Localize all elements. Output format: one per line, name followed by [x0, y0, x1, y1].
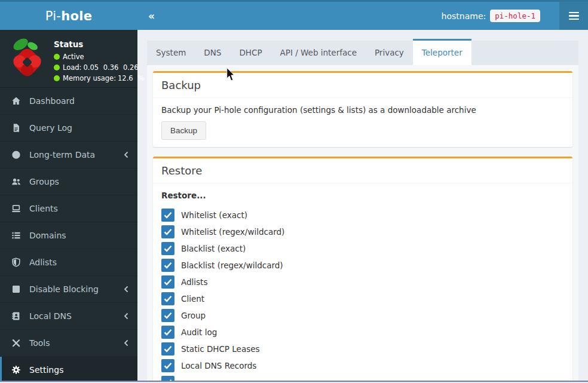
stop-icon [11, 284, 22, 294]
shield-icon [11, 258, 22, 267]
tools-icon [11, 338, 22, 348]
tab-system[interactable]: System [147, 41, 195, 65]
restore-box: Restore Restore... Whitelist (exact) Whi… [153, 157, 572, 383]
sidebar-menu: Dashboard Query Log Long-term Data Group… [0, 87, 137, 383]
hostname-label: hostname: [442, 11, 486, 21]
main-content: System DNS DHCP API / Web interface Priv… [137, 30, 588, 383]
tab-api-web-interface[interactable]: API / Web interface [271, 41, 366, 65]
restore-option-label[interactable]: Blacklist (regex/wildcard) [181, 261, 283, 270]
tab-dns[interactable]: DNS [195, 41, 230, 65]
checkbox-checked-icon[interactable] [161, 326, 174, 339]
restore-option-label[interactable]: Audit log [181, 327, 217, 337]
restore-option-row: Client [161, 290, 564, 307]
restore-box-title: Restore [153, 158, 572, 183]
sidebar-item-clients[interactable]: Clients [0, 195, 137, 222]
tab-bar: System DNS DHCP API / Web interface Priv… [147, 39, 578, 65]
restore-option-label[interactable]: Client [181, 294, 204, 304]
checkbox-checked-icon[interactable] [161, 342, 174, 356]
hamburger-menu-icon[interactable] [559, 2, 588, 30]
sidebar-item-disable-blocking[interactable]: Disable Blocking [0, 276, 137, 303]
restore-list-label: Restore... [161, 191, 564, 200]
status-line-load: Load: 0.05 0.36 0.26 [54, 63, 134, 72]
gear-icon [11, 365, 22, 375]
mouse-cursor [226, 68, 235, 82]
chevron-left-icon [123, 286, 129, 293]
restore-option-row: Adlists [161, 274, 564, 290]
restore-option-row: Audit log [161, 324, 564, 341]
checkbox-checked-icon[interactable] [161, 309, 174, 322]
restore-option-label[interactable]: Adlists [181, 277, 207, 287]
tab-teleporter[interactable]: Teleporter [413, 39, 471, 65]
restore-option-row: Local DNS Records [161, 357, 564, 374]
home-icon [11, 96, 22, 106]
restore-option-row: Whitelist (exact) [161, 207, 564, 223]
sidebar-item-tools[interactable]: Tools [0, 330, 137, 357]
checkbox-checked-icon[interactable] [161, 242, 174, 255]
status-green-dot-icon [54, 65, 60, 71]
window-bottom-edge [0, 381, 588, 383]
sidebar-item-query-log[interactable]: Query Log [0, 115, 137, 142]
status-memory-value: 12.6 % [118, 74, 144, 82]
checkbox-checked-icon[interactable] [161, 275, 174, 289]
status-memory-label: Memory usage: [63, 74, 116, 82]
backup-button[interactable]: Backup [161, 121, 206, 140]
navbar: « hostname: pi-hole-1 [137, 2, 588, 30]
status-line-active: Active [54, 53, 134, 61]
sidebar-item-local-dns[interactable]: Local DNS [0, 303, 137, 330]
restore-option-row: Blacklist (exact) [161, 240, 564, 257]
status-info: Status Active Load: 0.05 0.36 0.26 Memor… [54, 35, 134, 84]
sidebar-item-adlists[interactable]: Adlists [0, 249, 137, 276]
checkbox-checked-icon[interactable] [161, 225, 174, 238]
settings-tabs-container: System DNS DHCP API / Web interface Priv… [147, 39, 578, 383]
tab-privacy[interactable]: Privacy [366, 41, 413, 65]
status-load-label: Load: [63, 63, 81, 72]
status-green-dot-icon [54, 75, 60, 81]
restore-option-label[interactable]: Blacklist (exact) [181, 244, 246, 253]
checkbox-checked-icon[interactable] [161, 359, 174, 372]
sidebar-item-groups[interactable]: Groups [0, 168, 137, 195]
restore-option-row: Blacklist (regex/wildcard) [161, 257, 564, 274]
status-load-value: 0.05 0.36 0.26 [83, 63, 138, 72]
navbar-right: hostname: pi-hole-1 [442, 2, 588, 30]
restore-option-label[interactable]: Local DNS Records [181, 361, 256, 370]
restore-option-label[interactable]: Group [181, 311, 206, 320]
restore-option-row: Whitelist (regex/wildcard) [161, 223, 564, 240]
restore-option-label[interactable]: Whitelist (regex/wildcard) [181, 227, 284, 237]
sidebar: Status Active Load: 0.05 0.36 0.26 Memor… [0, 30, 137, 383]
sidebar-item-label: Query Log [29, 123, 72, 133]
chevron-left-icon [123, 339, 129, 347]
status-line-memory: Memory usage: 12.6 % [54, 74, 134, 82]
checkbox-checked-icon[interactable] [161, 292, 174, 305]
window-top-edge [0, 0, 588, 2]
restore-option-label[interactable]: Static DHCP Leases [181, 344, 260, 354]
sidebar-item-label: Adlists [29, 258, 57, 267]
sidebar-item-label: Tools [29, 338, 50, 348]
status-active-label: Active [63, 53, 84, 61]
sidebar-item-settings[interactable]: Settings [0, 357, 137, 383]
sidebar-item-label: Disable Blocking [29, 284, 99, 294]
sidebar-collapse-icon[interactable]: « [137, 2, 166, 30]
checkbox-checked-icon[interactable] [161, 259, 174, 272]
sidebar-item-long-term-data[interactable]: Long-term Data [0, 142, 137, 168]
sidebar-item-dashboard[interactable]: Dashboard [0, 88, 137, 115]
sidebar-item-label: Settings [29, 365, 63, 375]
header: Pi-hole « hostname: pi-hole-1 [0, 2, 588, 30]
sidebar-item-label: Clients [29, 204, 58, 213]
users-icon [11, 177, 22, 186]
sidebar-item-domains[interactable]: Domains [0, 222, 137, 249]
backup-description: Backup your Pi-hole configuration (setti… [161, 105, 564, 115]
tab-content: Backup Backup your Pi-hole configuration… [147, 65, 578, 383]
restore-option-row: Group [161, 307, 564, 324]
brand-logo[interactable]: Pi-hole [0, 2, 137, 30]
history-icon [11, 150, 22, 160]
restore-option-label[interactable]: Whitelist (exact) [181, 210, 247, 220]
restore-option-row: Static DHCP Leases [161, 341, 564, 357]
checkbox-checked-icon[interactable] [161, 209, 174, 222]
brand-bold: hole [61, 9, 92, 23]
sidebar-item-label: Dashboard [29, 96, 75, 106]
laptop-icon [11, 204, 22, 213]
backup-box-body: Backup your Pi-hole configuration (setti… [153, 98, 572, 147]
sidebar-item-label: Long-term Data [29, 150, 95, 160]
file-icon [11, 123, 22, 133]
tab-dhcp[interactable]: DHCP [230, 41, 271, 65]
